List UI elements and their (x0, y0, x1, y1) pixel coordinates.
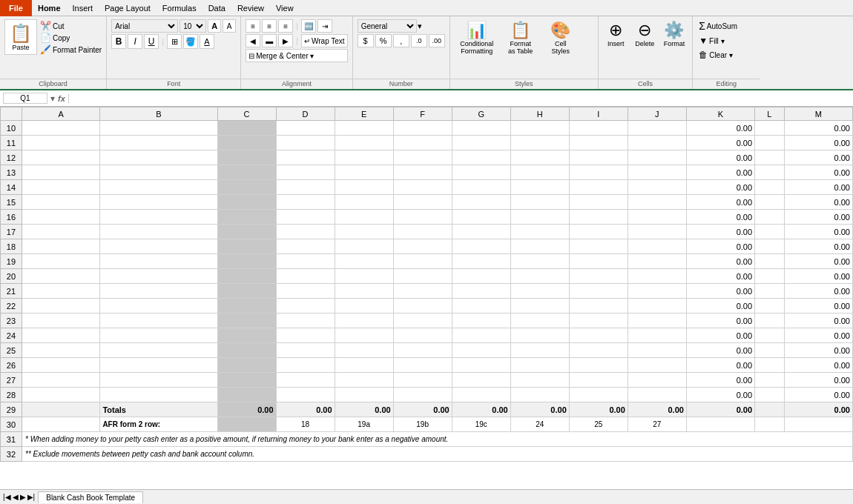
cell[interactable] (335, 195, 393, 210)
col-header-c[interactable]: C (217, 107, 276, 121)
col-header-l[interactable]: L (755, 107, 785, 121)
cell[interactable] (755, 299, 785, 314)
cell[interactable] (628, 299, 686, 314)
copy-button[interactable]: 📄 Copy (40, 33, 102, 43)
clear-button[interactable]: 🗑 Clear ▾ (697, 49, 755, 61)
cell[interactable] (628, 373, 686, 388)
cell[interactable] (755, 195, 785, 210)
cell[interactable] (393, 373, 452, 388)
col-header-b[interactable]: B (100, 107, 217, 121)
col-header-g[interactable]: G (452, 107, 510, 121)
cell[interactable] (755, 373, 785, 388)
cell[interactable] (755, 136, 785, 150)
cell[interactable] (22, 328, 99, 343)
cell[interactable] (100, 373, 217, 388)
cell[interactable] (755, 269, 785, 284)
cell[interactable] (510, 269, 569, 284)
cell[interactable] (393, 284, 452, 299)
cell[interactable] (335, 299, 393, 314)
cell[interactable] (569, 269, 628, 284)
cell[interactable] (335, 150, 393, 165)
cell-col-c[interactable] (217, 388, 276, 402)
cell[interactable] (276, 195, 335, 210)
cell-numeric[interactable]: 0.00 (784, 343, 852, 358)
sheet-tab-blank-cash-book[interactable]: Blank Cash Book Template (38, 491, 143, 503)
cell[interactable] (510, 239, 569, 254)
decrease-decimal-button[interactable]: .00 (429, 34, 445, 47)
cell-numeric[interactable]: 0.00 (784, 269, 852, 284)
cell[interactable] (452, 210, 510, 225)
increase-decimal-button[interactable]: .0 (411, 34, 427, 47)
font-grow-button[interactable]: A (208, 19, 221, 33)
cell[interactable] (100, 239, 217, 254)
cell[interactable] (569, 239, 628, 254)
cell-numeric[interactable]: 0.00 (784, 284, 852, 299)
format-painter-button[interactable]: 🖌️ Format Painter (40, 44, 102, 55)
table-row[interactable]: 160.000.00 (1, 210, 853, 225)
cell[interactable] (276, 328, 335, 343)
cell[interactable] (569, 195, 628, 210)
cell[interactable] (276, 284, 335, 299)
cell[interactable] (393, 180, 452, 195)
cell[interactable] (569, 388, 628, 402)
table-row[interactable]: 140.000.00 (1, 180, 853, 195)
font-shrink-button[interactable]: A (223, 19, 236, 33)
last-sheet-icon[interactable]: ▶| (27, 493, 36, 501)
cell[interactable] (510, 328, 569, 343)
cell[interactable] (755, 343, 785, 358)
cell[interactable] (510, 165, 569, 180)
cell[interactable] (569, 225, 628, 239)
cell[interactable] (452, 121, 510, 136)
cell[interactable] (335, 180, 393, 195)
cell[interactable] (452, 150, 510, 165)
conditional-formatting-button[interactable]: 📊 Conditional Formatting (455, 19, 499, 56)
cell[interactable] (452, 284, 510, 299)
cell[interactable] (22, 299, 99, 314)
indent-button[interactable]: ⇥ (317, 19, 332, 33)
cell[interactable] (510, 388, 569, 402)
cell[interactable] (628, 239, 686, 254)
currency-button[interactable]: $ (358, 34, 374, 47)
border-button[interactable]: ⊞ (167, 34, 182, 49)
cell[interactable] (628, 254, 686, 269)
cell-numeric[interactable]: 0.00 (686, 388, 754, 402)
cell-col-c[interactable] (217, 284, 276, 299)
cell[interactable] (628, 269, 686, 284)
cell[interactable] (569, 284, 628, 299)
cell[interactable] (335, 121, 393, 136)
cell[interactable] (569, 343, 628, 358)
cell[interactable] (335, 239, 393, 254)
cell[interactable] (100, 254, 217, 269)
cell[interactable] (628, 225, 686, 239)
cell-numeric[interactable]: 0.00 (686, 136, 754, 150)
cell[interactable] (335, 136, 393, 150)
cell-numeric[interactable]: 0.00 (686, 210, 754, 225)
cell[interactable] (628, 343, 686, 358)
cell-numeric[interactable]: 0.00 (784, 165, 852, 180)
cell-col-c[interactable] (217, 343, 276, 358)
cell-numeric[interactable]: 0.00 (686, 180, 754, 195)
col-header-h[interactable]: H (510, 107, 569, 121)
comma-button[interactable]: , (393, 34, 409, 47)
cell[interactable] (569, 121, 628, 136)
cell[interactable] (276, 373, 335, 388)
cell-numeric[interactable]: 0.00 (784, 195, 852, 210)
cell[interactable] (335, 269, 393, 284)
table-row[interactable]: 120.000.00 (1, 150, 853, 165)
cell-numeric[interactable]: 0.00 (784, 225, 852, 239)
file-button[interactable]: File (0, 0, 32, 16)
align-left-button[interactable]: ◀ (246, 34, 260, 47)
cell[interactable] (393, 150, 452, 165)
cell-numeric[interactable]: 0.00 (784, 254, 852, 269)
cell[interactable] (276, 388, 335, 402)
align-top-center-button[interactable]: ≡ (262, 19, 277, 33)
col-header-k[interactable]: K (686, 107, 754, 121)
number-format-select[interactable]: General (358, 19, 417, 33)
menu-review[interactable]: Review (231, 2, 270, 14)
cell-numeric[interactable]: 0.00 (686, 299, 754, 314)
cell[interactable] (452, 314, 510, 328)
cell-col-c[interactable] (217, 136, 276, 150)
cell[interactable] (100, 269, 217, 284)
cell[interactable] (452, 195, 510, 210)
cell-numeric[interactable]: 0.00 (784, 239, 852, 254)
